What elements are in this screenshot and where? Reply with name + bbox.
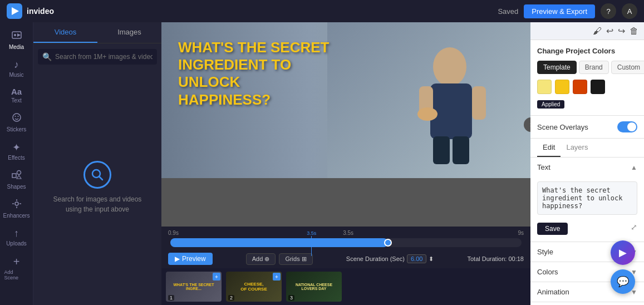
timeline: 0.9s 3.5s 9s 3.5s ▶ Preview (161, 227, 530, 268)
account-icon[interactable]: A (622, 3, 637, 19)
svg-point-3 (14, 34, 16, 36)
right-panel: 🖌 ↩ ↪ 🗑 Change Project Colors Template B… (530, 22, 644, 305)
svg-marker-4 (17, 33, 21, 37)
add-scene-icon: + (13, 255, 20, 268)
media-icon (12, 30, 22, 43)
chat-icon: 💬 (617, 276, 629, 288)
enhancers-icon (12, 199, 22, 211)
scene-duration-value[interactable]: 6.00 (407, 254, 426, 263)
color-tab-custom[interactable]: Custom (611, 61, 644, 74)
ruler-mark-2: 3.5s (343, 230, 353, 236)
media-tabs: Videos Images (33, 22, 161, 43)
ai-assistant-button[interactable]: ▶ (611, 240, 635, 265)
timeline-marker-line (311, 236, 312, 256)
add-grids-group: Add ⊕ Grids ⊞ (246, 253, 313, 265)
ruler-mark-1: 0.9s (168, 230, 179, 236)
save-button[interactable]: Save (537, 223, 568, 235)
effects-icon: ✦ (12, 141, 21, 154)
thumb-number-2: 2 (228, 295, 234, 301)
svg-point-11 (15, 202, 18, 205)
sidebar-add-scene-label: Add Scene (4, 269, 29, 281)
textbox-animation-section: Textbox Animation (530, 302, 644, 305)
delete-icon[interactable]: 🗑 (630, 26, 638, 36)
invideo-logo (7, 3, 22, 19)
brush-icon[interactable]: 🖌 (593, 26, 602, 36)
timeline-progress (170, 238, 388, 247)
sidebar-item-uploads[interactable]: ↑ Uploads (2, 224, 31, 250)
svg-point-5 (13, 114, 21, 121)
swatch-4[interactable] (591, 80, 605, 94)
swatch-1[interactable] (537, 80, 552, 94)
thumbnail-3[interactable]: NATIONAL CHEESELOVERS DAY 3 (286, 272, 342, 302)
color-swatches (537, 80, 637, 94)
preview-button[interactable]: ▶ Preview (168, 253, 213, 265)
sidebar-item-enhancers[interactable]: Enhancers (2, 195, 31, 222)
svg-rect-21 (472, 86, 486, 120)
music-icon: ♪ (14, 59, 19, 71)
sidebar-item-shapes[interactable]: Shapes (2, 166, 31, 193)
text-icon: Aa (11, 87, 22, 96)
timeline-marker-label: 3.5s (307, 230, 316, 236)
style-section-title: Style (537, 248, 553, 256)
svg-line-17 (99, 176, 102, 180)
swatch-3[interactable] (573, 80, 587, 94)
chat-button[interactable]: 💬 (611, 269, 635, 294)
thumbnail-2[interactable]: CHEESE,OF COURSE 2 + (226, 272, 282, 302)
sidebar-item-effects[interactable]: ✦ Effects (2, 138, 31, 164)
tab-edit[interactable]: Edit (537, 139, 561, 157)
timeline-controls: ▶ Preview Add ⊕ Grids ⊞ Scene Duration (… (166, 249, 526, 268)
thumb-add-2[interactable]: + (273, 273, 281, 281)
sidebar-media-label: Media (9, 44, 24, 50)
svg-point-9 (17, 171, 21, 175)
textbox-animation-section-header[interactable]: Textbox Animation (530, 302, 644, 305)
timeline-handle[interactable] (384, 239, 392, 247)
svg-rect-23 (453, 136, 469, 164)
tab-layers[interactable]: Layers (561, 139, 593, 157)
add-button[interactable]: Add ⊕ (246, 253, 276, 265)
sidebar-item-text[interactable]: Aa Text (2, 83, 31, 107)
sidebar-stickers-label: Stickers (7, 126, 27, 132)
redo-icon[interactable]: ↪ (618, 26, 625, 36)
text-input[interactable]: What's the secret ingredient to unlock h… (537, 181, 637, 215)
total-duration: Total Duration: 00:18 (467, 255, 524, 262)
applied-badge: Applied (537, 100, 564, 109)
undo-icon[interactable]: ↩ (606, 26, 613, 36)
sidebar-item-music[interactable]: ♪ Music (2, 56, 31, 81)
help-icon[interactable]: ? (601, 3, 616, 19)
color-tab-template[interactable]: Template (537, 61, 577, 74)
search-icon: 🔍 (42, 52, 52, 61)
expand-text-icon[interactable]: ⤢ (631, 223, 637, 232)
play-icon: ▶ (175, 255, 180, 263)
tab-images[interactable]: Images (97, 22, 161, 43)
search-bar: 🔍 (38, 49, 157, 65)
video-text-overlay: What's the secret ingredient to unlock h… (178, 39, 334, 109)
swatch-2[interactable] (555, 80, 569, 94)
scene-overlays-toggle[interactable] (617, 121, 637, 132)
edit-layers-tabs: Edit Layers (530, 139, 644, 158)
color-tab-brand[interactable]: Brand (579, 61, 609, 74)
search-input[interactable] (55, 53, 153, 61)
media-empty-state: Search for images and videos using the i… (33, 70, 161, 305)
text-content-area: What's the secret ingredient to unlock h… (530, 177, 644, 242)
sidebar-item-add-scene[interactable]: + Add Scene (2, 252, 31, 284)
svg-point-24 (417, 107, 437, 121)
svg-marker-10 (17, 175, 21, 179)
sidebar-item-media[interactable]: Media (2, 27, 31, 53)
timeline-track[interactable] (170, 238, 522, 247)
thumbnail-1[interactable]: WHAT'S THE SECRET INGRE... 1 + (166, 272, 222, 302)
search-big-icon (83, 161, 111, 189)
tab-videos[interactable]: Videos (33, 22, 97, 43)
preview-export-button[interactable]: Preview & Export (524, 4, 595, 18)
text-section-header[interactable]: Text ▲ (530, 158, 644, 177)
scene-overlays-label: Scene Overlays (537, 123, 588, 131)
svg-point-7 (17, 116, 18, 117)
thumb-add-1[interactable]: + (213, 273, 220, 281)
stepper-icon[interactable]: ⬍ (429, 255, 434, 263)
shapes-icon (12, 170, 22, 183)
ruler-mark-3: 9s (518, 230, 524, 236)
canvas-area: What's the secret ingredient to unlock h… (161, 22, 530, 305)
main-layout: Media ♪ Music Aa Text Stickers ✦ Effects… (0, 22, 644, 305)
svg-point-18 (433, 47, 466, 86)
sidebar-item-stickers[interactable]: Stickers (2, 109, 31, 136)
scene-overlays-row: Scene Overlays (530, 116, 644, 139)
